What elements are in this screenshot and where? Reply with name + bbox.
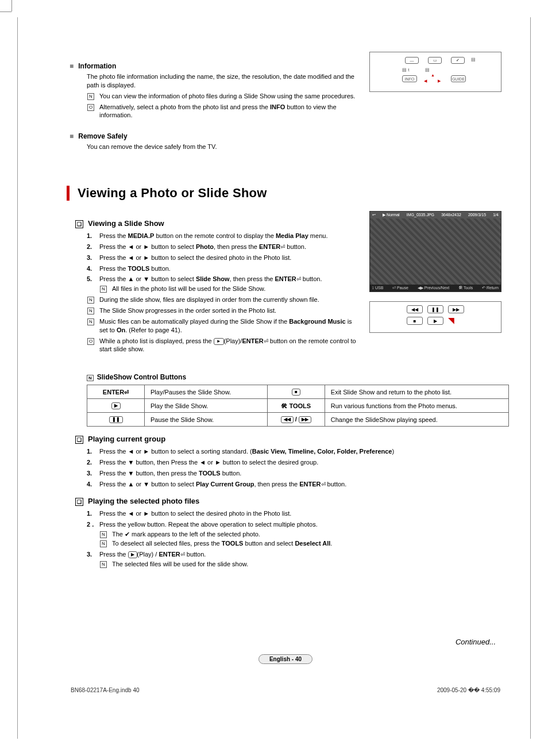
control-buttons-table: ENTER⏎ Play/Pauses the Slide Show. ■ Exi… [87,385,509,427]
group-step-1: 1.Press the ◄ or ► button to select a so… [87,447,501,456]
check-icon: ✔ [125,531,130,538]
slide-step-3: 3.Press the ◄ or ► button to select the … [87,254,358,262]
back-icon: ↩ [372,213,376,217]
remote-dpad: ▲ ◀ ▶ [423,73,446,88]
rewind-icon: ◀◀ [281,416,294,423]
stop-icon: ■ [407,317,423,325]
group-step-2: 2.Press the ▼ button, then Press the ◄ o… [87,458,501,467]
continued-label: Continued... [70,638,496,646]
play-icon: ▶ [111,402,121,409]
table-row: ❚❚ Pause the Slide Show. ◀◀ / ▶▶ Change … [87,413,509,427]
slide-step-2: 2.Press the ◄ or ► button to select Phot… [87,243,358,251]
page-number: English - 40 [70,654,501,664]
fastforward-icon: ▶▶ [448,305,464,313]
selected-step-3: 3.Press the ▶(Play) / ENTER⏎ button. NTh… [87,550,501,569]
selected-step-2: 2 .Press the yellow button. Repeat the a… [87,520,501,548]
tools-icon: 🛠 [281,402,287,409]
heading-playing-selected: ❏Playing the selected photo files [75,497,501,506]
slide-step-1: 1.Press the MEDIA.P button on the remote… [87,232,358,240]
table-row: ENTER⏎ Play/Pauses the Slide Show. ■ Exi… [87,385,509,399]
remote-info-button: INFO [402,75,417,82]
info-desc: The photo file information including the… [87,72,358,90]
stop-icon: ■ [292,389,300,396]
remote-guide-button: GUIDE [451,75,466,82]
pause-icon: ❚❚ [427,305,443,313]
fastforward-icon: ▶▶ [299,416,311,423]
heading-remove-safely: ■Remove Safely [70,132,501,140]
info-note-1: N You can view the information of photo … [87,92,358,101]
control-buttons-heading: NSlideShow Control Buttons [87,373,501,381]
slideshow-controls-diagram: ◀◀ ❚❚ ▶▶ ■ ▶ ◥ [369,301,501,333]
group-step-3: 3.Press the ▼ button, then press the TOO… [87,469,501,478]
heading-viewing-slideshow: ❏Viewing a Slide Show [75,219,358,228]
slide-step-5: 5.Press the ▲ or ▼ button to select Slid… [87,275,358,293]
slide-note-3: NMusic files can be automatically played… [87,317,358,335]
heading-information: ■Information [70,62,358,70]
slide-note-1: NDuring the slide show, files are displa… [87,296,358,304]
info-note-2: O Alternatively, select a photo from the… [87,103,358,120]
slide-note-2: NThe Slide Show progresses in the order … [87,306,358,315]
photo-preview: ↩ ▶ Normal IMG_0335.JPG 3648x2432 2009/3… [369,211,501,292]
table-row: ▶ Play the Slide Show. 🛠 TOOLS Run vario… [87,399,509,413]
rewind-icon: ◀◀ [407,305,423,313]
play-icon: ▶ [427,317,443,325]
slide-note-4: OWhile a photo list is displayed, press … [87,337,358,354]
footer: BN68-02217A-Eng.indb 40 2009-05-20 �� 4:… [70,687,501,693]
remote-diagram: — ▭ ✔ ▤ ▤ t ▤ INFO GUIDE ▲ ◀ ▶ [369,52,501,92]
selected-step-1: 1.Press the ◄ or ► button to select the … [87,509,501,518]
heading-playing-current-group: ❏Playing current group [75,435,501,444]
group-step-4: 4.Press the ▲ or ▼ button to select Play… [87,480,501,489]
remove-desc: You can remove the device safely from th… [87,143,501,151]
section-title: Viewing a Photo or Slide Show [67,186,501,201]
pause-icon: ❚❚ [109,416,123,423]
slide-step-4: 4.Press the TOOLS button. [87,264,358,273]
